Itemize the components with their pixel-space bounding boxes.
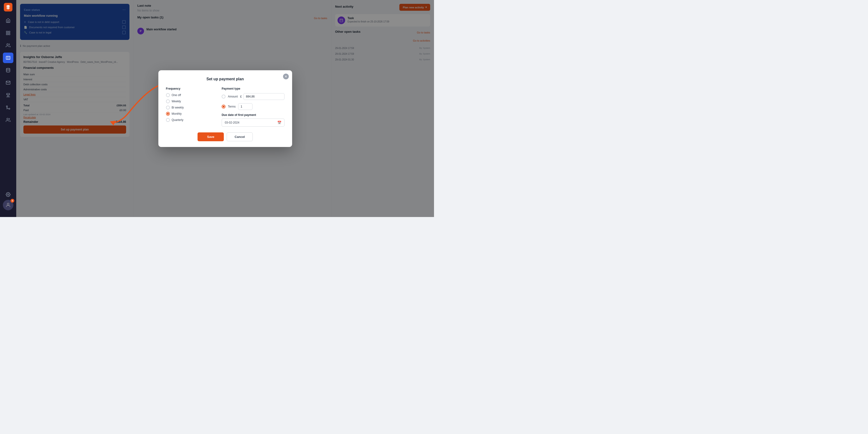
save-button[interactable]: Save: [197, 133, 224, 141]
frequency-quarterly[interactable]: Quarterly: [166, 118, 216, 122]
sidebar-item-home[interactable]: [3, 15, 13, 26]
due-date-input-wrap[interactable]: 03-02-2024 📅: [222, 119, 284, 127]
sidebar-item-team[interactable]: [3, 115, 13, 125]
radio-monthly-label: Monthly: [172, 112, 182, 115]
frequency-biweekly[interactable]: Bi weekly: [166, 106, 216, 110]
sidebar-item-git[interactable]: [3, 102, 13, 113]
radio-quarterly-indicator: [166, 118, 170, 122]
modal-overlay[interactable]: Set up payment plan ✕ Frequency One off …: [16, 0, 434, 217]
modal-body: Frequency One off Weekly Bi weekly: [166, 87, 284, 127]
sidebar-item-cases[interactable]: [3, 53, 13, 63]
sidebar-item-settings[interactable]: [3, 189, 13, 200]
radio-weekly-label: Weekly: [172, 100, 181, 103]
sidebar-item-bank[interactable]: [3, 90, 13, 100]
payment-type-label: Payment type: [222, 87, 284, 90]
frequency-one-off[interactable]: One off: [166, 93, 216, 97]
sidebar: 5: [0, 0, 16, 217]
sidebar-item-mail[interactable]: [3, 78, 13, 88]
sidebar-item-database[interactable]: [3, 65, 13, 76]
user-avatar[interactable]: 5: [3, 200, 13, 210]
svg-point-14: [8, 194, 9, 195]
svg-point-13: [7, 118, 8, 120]
terms-label: Terms: [228, 105, 236, 108]
svg-point-15: [7, 203, 9, 205]
amount-input-wrap: £: [240, 93, 284, 100]
radio-biweekly-label: Bi weekly: [172, 106, 184, 109]
radio-quarterly-label: Quarterly: [172, 118, 183, 122]
radio-terms-indicator: [222, 105, 225, 109]
modal-title: Set up payment plan: [166, 77, 284, 81]
frequency-radio-group: One off Weekly Bi weekly Monthly: [166, 93, 216, 122]
svg-rect-5: [6, 56, 10, 59]
svg-rect-3: [6, 33, 8, 35]
radio-biweekly-indicator: [166, 106, 170, 110]
frequency-section: Frequency One off Weekly Bi weekly: [166, 87, 216, 127]
radio-one-off-label: One off: [172, 93, 181, 97]
radio-weekly-indicator: [166, 99, 170, 103]
svg-point-12: [6, 106, 8, 107]
radio-one-off-indicator: [166, 93, 170, 97]
app-logo[interactable]: [4, 3, 12, 11]
frequency-monthly[interactable]: Monthly: [166, 112, 216, 116]
amount-label: Amount: [228, 95, 238, 98]
svg-point-11: [9, 108, 10, 110]
payment-plan-modal: Set up payment plan ✕ Frequency One off …: [158, 70, 292, 147]
notification-badge: 5: [10, 199, 14, 203]
radio-monthly-indicator: [166, 112, 170, 116]
due-date-label: Due date of first payment: [222, 113, 284, 117]
svg-point-4: [7, 44, 8, 46]
svg-rect-1: [9, 31, 10, 33]
sidebar-item-dashboard[interactable]: [3, 28, 13, 38]
modal-close-button[interactable]: ✕: [283, 74, 289, 79]
terms-row: Terms: [222, 103, 284, 110]
frequency-label: Frequency: [166, 87, 216, 90]
calendar-icon[interactable]: 📅: [277, 121, 281, 124]
sidebar-item-contacts[interactable]: [3, 40, 13, 51]
amount-row: Amount £: [222, 93, 284, 100]
due-date-section: Due date of first payment 03-02-2024 📅: [222, 113, 284, 127]
frequency-weekly[interactable]: Weekly: [166, 99, 216, 103]
svg-point-6: [6, 68, 10, 69]
svg-rect-2: [9, 33, 10, 35]
radio-amount-indicator: [222, 95, 225, 98]
terms-input[interactable]: [238, 103, 252, 110]
amount-input[interactable]: [243, 93, 284, 100]
payment-type-section: Payment type Amount £ Terms: [222, 87, 284, 127]
svg-rect-0: [6, 31, 8, 33]
cancel-button[interactable]: Cancel: [227, 133, 253, 141]
due-date-value: 03-02-2024: [225, 121, 275, 124]
currency-symbol: £: [240, 95, 242, 98]
modal-footer: Save Cancel: [166, 133, 284, 141]
